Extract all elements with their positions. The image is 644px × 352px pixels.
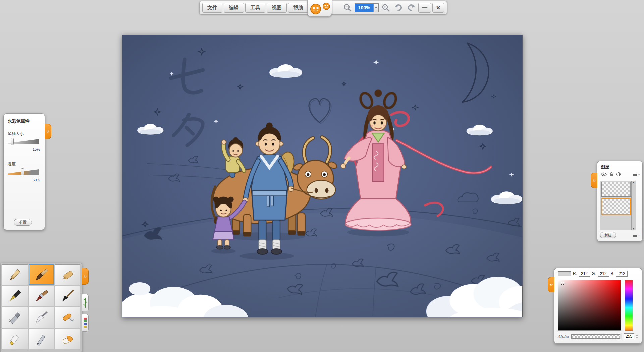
- zoom-level-input[interactable]: [355, 3, 373, 12]
- layers-panel-footer: 新建 ▾: [600, 232, 640, 238]
- color-picker-panel: R: G: B: Alpha: [554, 268, 642, 344]
- brush-size-slider[interactable]: [8, 139, 39, 144]
- paintbrush-icon: [34, 289, 49, 303]
- brush-size-knob[interactable]: [11, 138, 14, 145]
- alpha-handle[interactable]: [620, 334, 622, 339]
- tool-palette-knife[interactable]: [29, 307, 54, 328]
- zoom-in-button[interactable]: [380, 3, 391, 13]
- alpha-label: Alpha: [558, 334, 569, 339]
- minimize-button[interactable]: —: [418, 3, 431, 13]
- brush-size-label: 笔触大小: [8, 131, 24, 137]
- paint-tube-icon: [7, 332, 22, 346]
- lock-icon[interactable]: [609, 172, 614, 177]
- undo-button[interactable]: [393, 3, 404, 13]
- layers-panel-handle[interactable]: [591, 173, 597, 188]
- ink-brush-icon: [60, 289, 75, 303]
- magnifier-minus-icon: [343, 3, 352, 12]
- color-panel-handle[interactable]: [548, 277, 554, 292]
- dropdown-caret-icon: ▾: [638, 173, 640, 176]
- hue-slider[interactable]: [625, 280, 633, 331]
- tool-crayon[interactable]: [55, 264, 80, 285]
- close-button[interactable]: ✕: [432, 3, 444, 13]
- r-input[interactable]: [579, 271, 590, 277]
- list-icon: [633, 173, 637, 176]
- reset-button[interactable]: 重置: [14, 219, 32, 226]
- layers-list: ▲ ▼: [600, 181, 636, 230]
- tool-watercolor-brush[interactable]: [29, 264, 54, 285]
- zoom-dropdown-button[interactable]: ▾: [373, 3, 379, 12]
- metal-pen-icon: [34, 332, 49, 346]
- alpha-slider[interactable]: [571, 334, 622, 339]
- scroll-down-icon[interactable]: ▼: [633, 228, 635, 230]
- layer-row-2-selected[interactable]: [601, 198, 634, 215]
- brush-panel-title: 水彩笔属性: [8, 118, 30, 124]
- saturation-value-picker[interactable]: [558, 280, 621, 331]
- wetness-slider[interactable]: [8, 169, 39, 175]
- brush-panel-handle[interactable]: [45, 124, 51, 139]
- rgb-row: R: G: B:: [558, 271, 639, 277]
- tool-paint-tube[interactable]: [2, 329, 28, 349]
- tool-eraser[interactable]: [55, 329, 80, 349]
- app-face-icon: [549, 282, 554, 287]
- tool-paintbrush[interactable]: [29, 286, 54, 306]
- fountain-pen-icon: [7, 289, 22, 303]
- swatches-tab[interactable]: [82, 314, 89, 332]
- tool-fountain-pen[interactable]: [2, 286, 28, 306]
- crayon-icon: [60, 267, 75, 282]
- brush-size-value: 15%: [8, 147, 40, 151]
- palette-knife-icon: [34, 310, 49, 325]
- layer-thumbnail: [602, 182, 630, 196]
- paint-roller-icon: [60, 310, 75, 325]
- canvas-area: [122, 35, 523, 317]
- g-label: G:: [592, 271, 596, 276]
- redo-button[interactable]: [406, 3, 417, 13]
- dropdown-caret-icon: ▾: [375, 6, 377, 9]
- g-input[interactable]: [598, 271, 609, 277]
- current-color-swatch: [558, 271, 571, 276]
- b-input[interactable]: [616, 271, 628, 277]
- alpha-row: Alpha: [558, 333, 639, 339]
- b-label: B:: [611, 271, 614, 276]
- visibility-eye-icon[interactable]: [601, 172, 607, 176]
- tool-ink-brush[interactable]: [55, 286, 80, 306]
- layer-options-button[interactable]: ▾: [633, 173, 640, 176]
- zoom-out-button[interactable]: [342, 3, 353, 13]
- layers-panel: 图层 ▾: [597, 161, 643, 241]
- eraser-icon: [60, 332, 75, 346]
- menu-view[interactable]: 视图: [267, 3, 287, 13]
- menu-help[interactable]: 帮助: [288, 3, 308, 13]
- tools-palette: [1, 263, 82, 352]
- scroll-up-icon[interactable]: ▲: [633, 181, 635, 183]
- color-cursor[interactable]: [561, 282, 564, 285]
- undo-icon: [394, 3, 403, 12]
- alpha-input[interactable]: [624, 333, 634, 339]
- watercolor-brush-icon: [34, 267, 49, 282]
- menu-tools[interactable]: 工具: [245, 3, 265, 13]
- bamboo-icon: [83, 297, 88, 308]
- menu-file[interactable]: 文件: [202, 3, 222, 13]
- layers-scrollbar[interactable]: ▲ ▼: [631, 181, 636, 230]
- app-window: 文件 编辑 工具 视图 帮助 ▾: [0, 0, 644, 352]
- layer-menu-button[interactable]: ▾: [633, 234, 640, 237]
- canvas[interactable]: [122, 35, 522, 317]
- app-face-icon: [45, 129, 50, 134]
- layer-controls: ▾: [601, 172, 640, 177]
- wetness-label: 湿度: [8, 161, 16, 167]
- tool-pencil[interactable]: [2, 264, 28, 285]
- tool-paint-roller[interactable]: [55, 307, 80, 328]
- new-layer-button[interactable]: 新建: [600, 232, 616, 238]
- wetness-knob[interactable]: [21, 168, 24, 175]
- list-icon: [633, 234, 637, 237]
- tools-panel-handle[interactable]: [82, 268, 89, 285]
- layer-row-1[interactable]: [601, 182, 634, 197]
- alpha-stepper[interactable]: [636, 335, 638, 338]
- app-logo-small-icon: [322, 2, 330, 10]
- r-label: R:: [573, 271, 577, 276]
- tool-airbrush[interactable]: [2, 307, 28, 328]
- brush-properties-panel: 水彩笔属性 笔触大小 15% 湿度 50% 重置: [3, 113, 45, 230]
- tool-metal-pen[interactable]: [29, 329, 54, 349]
- app-logo-tab[interactable]: [307, 0, 332, 17]
- blend-contrast-icon[interactable]: [616, 172, 621, 177]
- bamboo-brush-tab[interactable]: [82, 294, 89, 311]
- menu-edit[interactable]: 编辑: [224, 3, 244, 13]
